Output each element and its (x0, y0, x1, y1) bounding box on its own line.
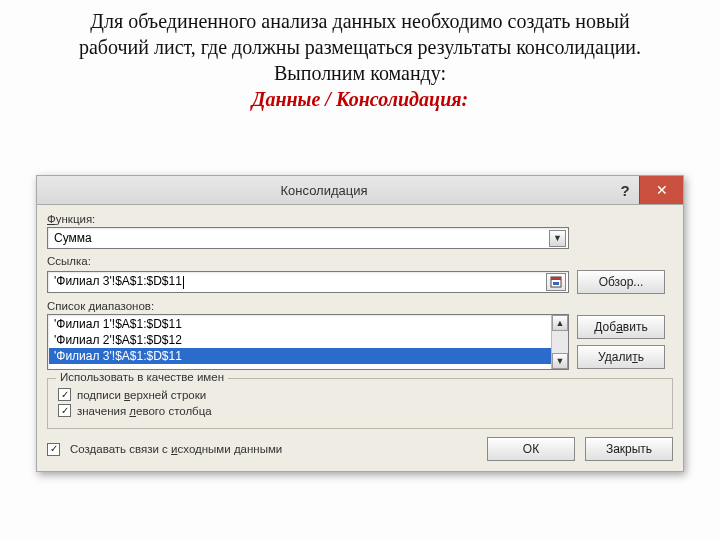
scroll-up-icon[interactable]: ▲ (552, 315, 568, 331)
top-row-label: подписи верхней строки (77, 389, 206, 401)
svg-rect-1 (551, 277, 561, 280)
function-value: Сумма (54, 231, 92, 245)
list-item[interactable]: 'Филиал 2'!$A$1:$D$12 (49, 332, 567, 348)
ranges-label: Список диапазонов: (47, 300, 673, 312)
slide-line-2: Выполним команду: (55, 60, 665, 86)
add-button[interactable]: Добавить (577, 315, 665, 339)
slide-line-1: Для объединенного анализа данных необход… (55, 8, 665, 60)
slide-description: Для объединенного анализа данных необход… (0, 0, 720, 116)
chevron-down-icon[interactable]: ▼ (549, 230, 566, 247)
close-dialog-button[interactable]: Закрыть (585, 437, 673, 461)
slide-command: Данные / Консолидация: (55, 86, 665, 112)
reference-input[interactable]: 'Филиал 3'!$A$1:$D$11 (47, 271, 569, 293)
help-icon[interactable]: ? (611, 182, 639, 199)
browse-button[interactable]: Обзор... (577, 270, 665, 294)
svg-rect-2 (553, 282, 559, 285)
consolidate-dialog: Консолидация ? ✕ Функция: Сумма ▼ Ссылка… (36, 175, 684, 472)
text-caret (183, 276, 184, 289)
check-icon: ✓ (50, 444, 58, 454)
listbox-scrollbar[interactable]: ▲ ▼ (551, 315, 568, 369)
check-icon: ✓ (61, 406, 69, 416)
ranges-listbox[interactable]: 'Филиал 1'!$A$1:$D$11 'Филиал 2'!$A$1:$D… (47, 314, 569, 370)
names-groupbox: Использовать в качестве имен ✓ подписи в… (47, 378, 673, 429)
ok-button[interactable]: ОК (487, 437, 575, 461)
reference-label: Ссылка: (47, 255, 673, 267)
dialog-titlebar[interactable]: Консолидация ? ✕ (36, 175, 684, 205)
check-icon: ✓ (61, 390, 69, 400)
delete-button[interactable]: Удалить (577, 345, 665, 369)
list-item-selected[interactable]: 'Филиал 3'!$A$1:$D$11 (49, 348, 567, 364)
create-links-checkbox[interactable]: ✓ (47, 443, 60, 456)
function-select[interactable]: Сумма ▼ (47, 227, 569, 249)
reference-value: 'Филиал 3'!$A$1:$D$11 (54, 274, 182, 288)
create-links-label: Создавать связи с исходными данными (70, 443, 282, 455)
list-item[interactable]: 'Филиал 1'!$A$1:$D$11 (49, 316, 567, 332)
dialog-title: Консолидация (37, 183, 611, 198)
range-picker-icon[interactable] (546, 273, 566, 291)
close-icon: ✕ (656, 182, 668, 198)
group-legend: Использовать в качестве имен (56, 371, 228, 383)
scroll-down-icon[interactable]: ▼ (552, 353, 568, 369)
close-button[interactable]: ✕ (639, 176, 683, 204)
left-col-checkbox[interactable]: ✓ (58, 404, 71, 417)
dialog-body: Функция: Сумма ▼ Ссылка: 'Филиал 3'!$A$1… (36, 205, 684, 472)
left-col-label: значения левого столбца (77, 405, 212, 417)
function-label: Функция: (47, 213, 673, 225)
top-row-checkbox[interactable]: ✓ (58, 388, 71, 401)
